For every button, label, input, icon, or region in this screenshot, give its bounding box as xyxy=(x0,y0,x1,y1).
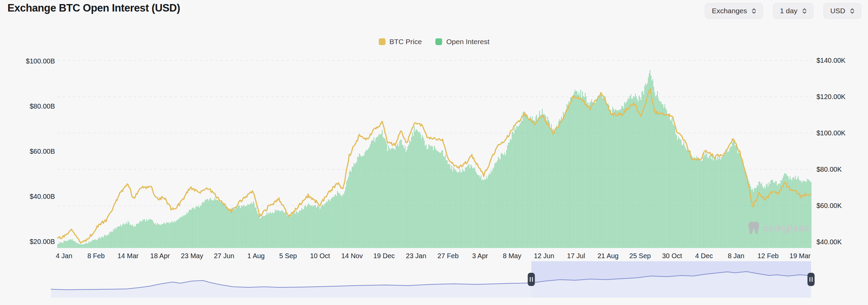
right-axis-label: $140.00K xyxy=(816,57,864,64)
left-axis-label: $80.00B xyxy=(11,102,55,110)
nav-handle-left[interactable] xyxy=(528,273,535,286)
left-axis-label: $60.00B xyxy=(11,148,55,155)
left-axis-label: $20.00B xyxy=(11,238,55,246)
navigator[interactable] xyxy=(51,261,815,298)
left-axis-label: $40.00B xyxy=(11,193,55,201)
right-axis-label: $80.00K xyxy=(816,166,864,173)
right-axis-label: $120.00K xyxy=(816,93,864,101)
right-axis-label: $60.00K xyxy=(816,202,864,210)
left-axis-label: $100.00B xyxy=(11,57,55,65)
right-axis-label: $40.00K xyxy=(816,238,864,246)
nav-handle-right[interactable] xyxy=(808,273,815,286)
x-axis-label: 19 Mar xyxy=(780,252,821,260)
right-axis-label: $100.00K xyxy=(816,129,864,137)
